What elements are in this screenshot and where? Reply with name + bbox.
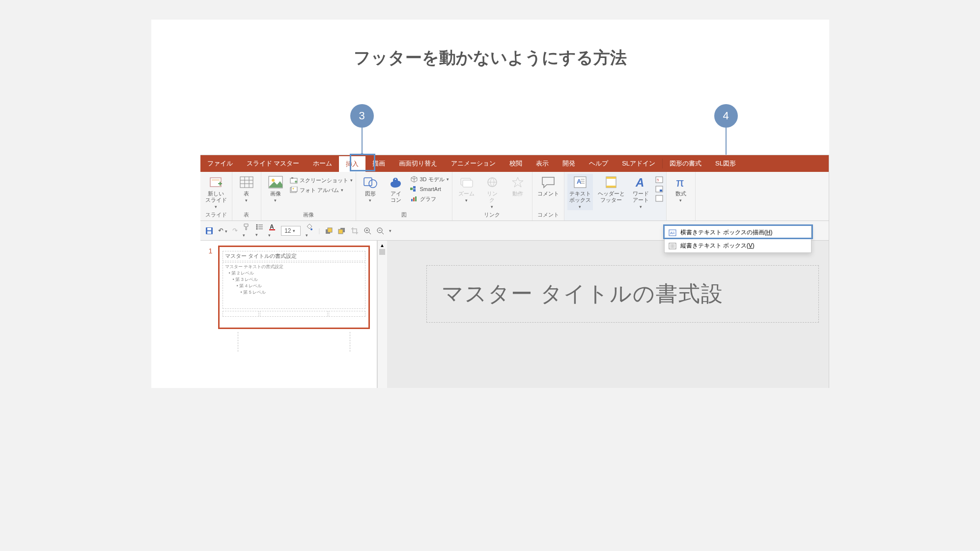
- object-icon[interactable]: [655, 194, 663, 202]
- wordart-button[interactable]: A ワード アート ▾: [630, 174, 652, 210]
- smartart-icon: [410, 185, 418, 193]
- horizontal-textbox-item[interactable]: A≡ 横書きテキスト ボックスの描画(H): [665, 226, 811, 239]
- group-illustration: 図形 ▾ アイ コン 3D モデル: [356, 172, 452, 220]
- chart-button[interactable]: グラフ: [410, 194, 449, 203]
- tab-draw[interactable]: 描画: [365, 155, 392, 172]
- send-backward-icon[interactable]: [338, 227, 346, 234]
- equation-button[interactable]: π 数式 ▾: [670, 174, 692, 204]
- date-icon[interactable]: 5: [655, 176, 663, 184]
- tab-transition[interactable]: 画面切り替え: [392, 155, 444, 172]
- format-painter-icon[interactable]: ▾: [243, 223, 251, 238]
- font-color-icon[interactable]: A ▾: [268, 223, 276, 238]
- link-icon: [485, 175, 500, 190]
- tab-developer[interactable]: 開発: [556, 155, 582, 172]
- picture-icon: [268, 175, 283, 190]
- header-footer-button[interactable]: ヘッダーと フッター: [596, 174, 627, 204]
- photo-album-button[interactable]: フォト アルバム ▾: [290, 186, 353, 194]
- tab-home[interactable]: ホーム: [306, 155, 339, 172]
- svg-rect-8: [291, 187, 297, 192]
- redo-icon[interactable]: ↷: [232, 227, 238, 234]
- svg-text:5: 5: [657, 178, 659, 182]
- svg-rect-32: [656, 195, 663, 201]
- group-link: ズーム ▾ リン ク ▾ 動作: [452, 172, 532, 220]
- master-title-placeholder[interactable]: マスター タイトルの書式設: [426, 265, 819, 323]
- chevron-down-icon: ▾: [369, 198, 371, 203]
- textbox-icon: A: [573, 175, 588, 190]
- group-symbol: π 数式 ▾: [667, 172, 696, 220]
- tab-sladdin[interactable]: SLアドイン: [615, 155, 662, 172]
- slide-thumbnail-1[interactable]: 1 マスター タイトルの書式設定 マスター テキストの書式設定 • 第 2 レベ…: [218, 246, 370, 329]
- star-icon: [510, 175, 525, 190]
- image-button[interactable]: 画像 ▾: [264, 174, 287, 204]
- slide-canvas[interactable]: マスター タイトルの書式設: [387, 241, 829, 388]
- table-button[interactable]: 表 ▾: [235, 174, 258, 204]
- new-slide-button[interactable]: 新しい スライド ▾: [203, 174, 229, 210]
- tab-insert[interactable]: 挿入: [339, 155, 365, 172]
- tab-review[interactable]: 校閲: [503, 155, 529, 172]
- new-slide-icon: [209, 175, 224, 190]
- 3d-model-button[interactable]: 3D モデル ▾: [410, 175, 449, 184]
- group-comment: コメント コメント: [532, 172, 564, 220]
- bullets-icon[interactable]: ▾: [255, 223, 263, 238]
- ribbon-tabs: ファイル スライド マスター ホーム 挿入 描画 画面切り替え アニメーション …: [200, 155, 829, 172]
- wordart-icon: A: [634, 175, 648, 190]
- svg-rect-10: [364, 178, 372, 186]
- tab-shapeformat[interactable]: 図形の書式: [663, 155, 708, 172]
- svg-rect-45: [338, 229, 343, 234]
- svg-text:A≡: A≡: [670, 231, 675, 235]
- tab-help[interactable]: ヘルプ: [582, 155, 615, 172]
- svg-rect-25: [606, 177, 616, 179]
- thumbnail-scrollbar[interactable]: ▲: [377, 241, 387, 388]
- group-table: 表 ▾ 表: [232, 172, 261, 220]
- tab-slidemaster[interactable]: スライド マスター: [240, 155, 307, 172]
- slide-thumbnail-panel: 1 マスター タイトルの書式設定 マスター テキストの書式設定 • 第 2 レベ…: [200, 241, 377, 388]
- ribbon: 新しい スライド ▾ スライド 表 ▾ 表: [200, 172, 829, 221]
- slidenumber-icon[interactable]: [655, 185, 663, 193]
- svg-point-12: [394, 179, 395, 180]
- svg-rect-13: [410, 188, 413, 190]
- smartart-button[interactable]: SmartArt: [410, 185, 449, 193]
- textbox-dropdown: A≡ 横書きテキスト ボックスの描画(H) 縦書きテキスト ボックス(V): [664, 225, 812, 253]
- zoom-out-icon[interactable]: [376, 227, 384, 235]
- shape-fill-icon[interactable]: ▾: [306, 223, 313, 238]
- svg-text:π: π: [676, 176, 684, 189]
- tab-file[interactable]: ファイル: [200, 155, 240, 172]
- font-size-input[interactable]: 12 ▾: [281, 226, 301, 236]
- chevron-down-icon: ▾: [640, 204, 642, 209]
- textbox-h-icon: A≡: [669, 229, 676, 237]
- table-icon: [239, 175, 254, 190]
- svg-rect-1: [212, 179, 220, 181]
- icons-button[interactable]: アイ コン: [385, 174, 407, 204]
- shapes-button[interactable]: 図形 ▾: [359, 174, 382, 204]
- screenshot-icon: [290, 176, 298, 184]
- chevron-down-icon: ▾: [245, 198, 248, 203]
- bring-forward-icon[interactable]: [325, 227, 333, 234]
- undo-icon[interactable]: ↶ ▾: [218, 227, 228, 234]
- vertical-textbox-item[interactable]: 縦書きテキスト ボックス(V): [665, 239, 811, 252]
- duck-icon: [389, 175, 403, 190]
- svg-rect-31: [660, 190, 662, 192]
- screenshot-button[interactable]: スクリーンショット ▾: [290, 176, 353, 185]
- save-icon[interactable]: [205, 227, 213, 235]
- zoom-in-icon[interactable]: [364, 227, 371, 235]
- svg-point-39: [256, 228, 258, 230]
- comment-button[interactable]: コメント: [535, 174, 561, 198]
- album-icon: [290, 186, 298, 194]
- textbox-button[interactable]: A テキスト ボックス ▾: [567, 174, 593, 210]
- chart-icon: [410, 195, 418, 203]
- svg-point-11: [369, 180, 377, 188]
- tab-view[interactable]: 表示: [529, 155, 556, 172]
- qat-customize-icon[interactable]: ▾: [389, 228, 392, 233]
- thumbnail-number: 1: [209, 247, 213, 255]
- svg-rect-6: [291, 177, 293, 179]
- headerfooter-icon: [604, 175, 618, 190]
- page-title: フッターを動かないようにする方法: [151, 20, 829, 69]
- svg-point-9: [292, 188, 294, 190]
- svg-rect-16: [411, 199, 413, 201]
- group-slide: 新しい スライド ▾ スライド: [200, 172, 232, 220]
- svg-rect-0: [210, 178, 221, 187]
- crop-icon[interactable]: [351, 227, 359, 235]
- tab-animation[interactable]: アニメーション: [444, 155, 503, 172]
- chevron-down-icon: ▾: [274, 198, 277, 203]
- tab-slshape[interactable]: SL図形: [708, 155, 743, 172]
